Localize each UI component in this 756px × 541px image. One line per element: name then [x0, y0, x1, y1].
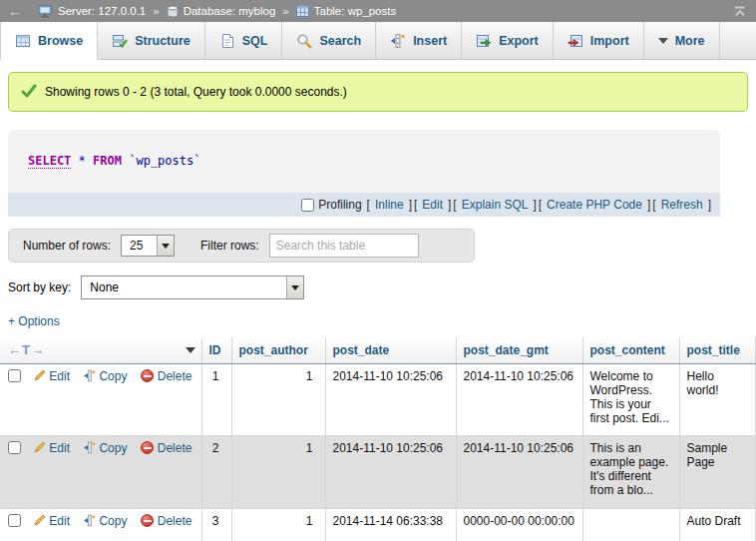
cell-id: 2 — [201, 435, 231, 508]
cell-post-date: 2014-11-14 06:33:38 — [325, 508, 456, 541]
tab-bar: Browse Structure SQL Search Insert Expor… — [0, 22, 756, 60]
bracket: [ — [453, 198, 456, 212]
delete-icon — [141, 514, 154, 527]
tab-search[interactable]: Search — [282, 22, 376, 59]
edit-row-link[interactable]: Edit — [49, 441, 70, 455]
collapse-panel-icon[interactable] — [732, 5, 748, 18]
query-panel: SELECT * FROM `wp_posts` Profiling [ Inl… — [8, 130, 720, 217]
tab-insert[interactable]: Insert — [376, 22, 462, 59]
bracket: ] — [708, 198, 711, 212]
cell-post-content: This is an example page. It's different … — [582, 435, 679, 508]
back-arrow-icon[interactable]: ← — [8, 3, 30, 19]
options-toggle: + Options — [8, 314, 756, 328]
row-checkbox[interactable] — [8, 514, 21, 527]
dropdown-arrow-icon — [286, 276, 303, 298]
sort-row: Sort by key: None — [8, 274, 756, 300]
cell-id: 3 — [201, 508, 231, 541]
row-checkbox[interactable] — [8, 441, 21, 454]
pencil-icon — [33, 441, 46, 457]
number-of-rows-label: Number of rows: — [23, 239, 111, 253]
sort-by-key-select[interactable]: None — [81, 275, 304, 299]
results-table: ←T→ ID post_author post_date post_date_g… — [0, 337, 756, 541]
tab-sql[interactable]: SQL — [205, 22, 283, 59]
server-icon — [38, 5, 53, 18]
column-header-post-title[interactable]: post_title — [679, 337, 755, 363]
tab-structure[interactable]: Structure — [98, 22, 205, 59]
sql-keyword-select: SELECT — [28, 154, 71, 169]
refresh-link[interactable]: Refresh — [661, 198, 703, 212]
row-checkbox[interactable] — [8, 369, 21, 382]
copy-row-link[interactable]: Copy — [99, 441, 127, 455]
filter-rows-input[interactable] — [269, 234, 419, 258]
bracket: [ — [367, 198, 370, 212]
breadcrumb-bar: ← Server: 127.0.0.1 » Database: myblog »… — [0, 0, 756, 22]
cell-post-title: Auto Draft — [679, 508, 755, 541]
delete-icon — [141, 441, 154, 454]
column-header-post-content[interactable]: post_content — [582, 337, 679, 363]
breadcrumb-table[interactable]: Table: wp_posts — [314, 5, 396, 17]
row-actions: Edit Copy Delete — [0, 435, 201, 508]
sql-keyword-from: FROM — [93, 154, 122, 168]
breadcrumb-server[interactable]: Server: 127.0.0.1 — [58, 5, 146, 17]
cell-post-title: Sample Page — [679, 435, 755, 508]
create-php-code-link[interactable]: Create PHP Code — [547, 198, 642, 212]
bracket: ] — [448, 198, 451, 212]
tab-export[interactable]: Export — [462, 22, 554, 59]
export-icon — [476, 33, 492, 49]
breadcrumb-separator: » — [153, 5, 159, 17]
column-header-post-author[interactable]: post_author — [231, 337, 325, 363]
breadcrumb-database[interactable]: Database: myblog — [184, 5, 276, 17]
options-link[interactable]: + Options — [8, 314, 60, 328]
bracket: [ — [652, 198, 655, 212]
tab-label: SQL — [242, 34, 268, 48]
table-row: Edit Copy Delete 2 1 2014-11-10 10:25:06… — [0, 435, 755, 508]
profiling-checkbox[interactable] — [301, 199, 314, 212]
copy-row-link[interactable]: Copy — [99, 369, 127, 383]
edit-row-link[interactable]: Edit — [49, 514, 70, 528]
with-selected-dropdown-icon[interactable] — [186, 347, 195, 353]
column-nav-icon[interactable]: ←T→ — [8, 342, 45, 357]
profiling-label: Profiling — [301, 198, 361, 212]
breadcrumb-separator: » — [282, 5, 288, 17]
number-of-rows-select[interactable]: 25 — [121, 235, 175, 257]
column-header-post-date[interactable]: post_date — [325, 337, 456, 363]
cell-post-date-gmt: 2014-11-10 10:25:06 — [456, 363, 582, 435]
tab-label: Import — [590, 34, 629, 48]
cell-post-date: 2014-11-10 10:25:06 — [325, 363, 456, 435]
header-row: ←T→ ID post_author post_date post_date_g… — [0, 337, 755, 363]
table-icon — [296, 5, 309, 17]
cell-post-content — [582, 508, 679, 541]
column-header-post-date-gmt[interactable]: post_date_gmt — [456, 337, 582, 363]
row-actions: Edit Copy Delete — [0, 363, 201, 435]
status-message: Showing rows 0 - 2 (3 total, Query took … — [8, 72, 748, 112]
sql-table-name: `wp_posts` — [129, 154, 200, 168]
inline-link[interactable]: Inline — [375, 198, 404, 212]
tab-label: Insert — [413, 34, 447, 48]
delete-row-link[interactable]: Delete — [158, 514, 192, 528]
edit-query-link[interactable]: Edit — [422, 198, 443, 212]
copy-icon — [83, 514, 96, 530]
query-toolbar: Profiling [ Inline ] [ Edit ] [ Explain … — [8, 193, 720, 217]
rows-control-bar: Number of rows: 25 Filter rows: — [8, 229, 475, 263]
delete-row-link[interactable]: Delete — [158, 369, 192, 383]
search-icon — [296, 33, 312, 49]
bracket: [ — [539, 198, 542, 212]
edit-row-link[interactable]: Edit — [49, 369, 70, 383]
bracket: ] — [533, 198, 536, 212]
column-header-id[interactable]: ID — [201, 337, 231, 363]
tab-browse[interactable]: Browse — [0, 22, 98, 60]
sort-by-key-label: Sort by key: — [8, 280, 71, 294]
explain-sql-link[interactable]: Explain SQL — [462, 198, 529, 212]
delete-row-link[interactable]: Delete — [158, 441, 192, 455]
success-check-icon — [21, 84, 37, 101]
pencil-icon — [33, 514, 46, 530]
cell-post-author: 1 — [231, 508, 325, 541]
sql-icon — [219, 33, 235, 49]
tab-more[interactable]: More — [644, 22, 720, 59]
tab-label: More — [675, 34, 705, 48]
copy-row-link[interactable]: Copy — [99, 514, 127, 528]
database-icon — [167, 5, 179, 18]
tab-import[interactable]: Import — [554, 22, 644, 59]
cell-post-content: Welcome to WordPress. This is your first… — [582, 363, 679, 435]
row-actions: Edit Copy Delete — [0, 508, 201, 541]
